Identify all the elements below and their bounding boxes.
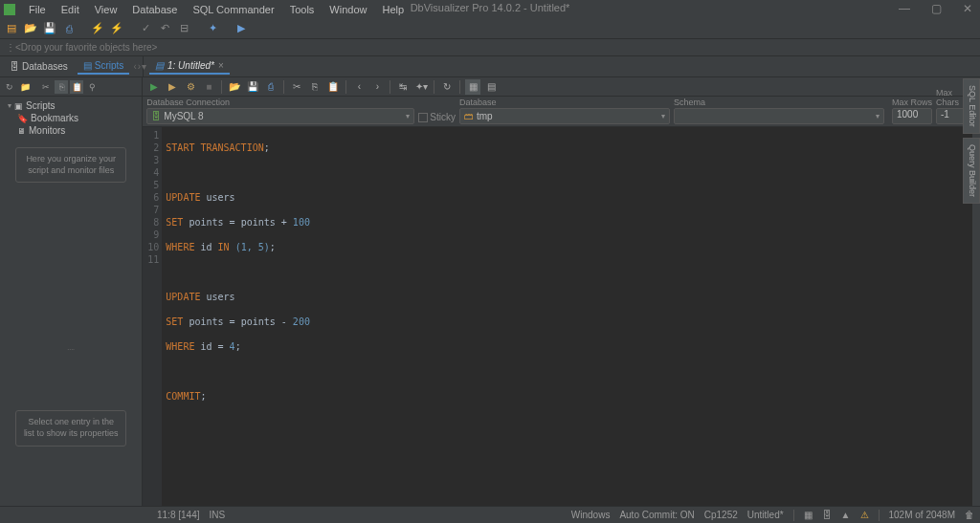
database-value: tmp xyxy=(477,111,493,121)
sql-tab-icon: ▤ xyxy=(155,60,164,71)
save-icon[interactable]: 💾 xyxy=(42,21,57,36)
close-tab-icon[interactable]: × xyxy=(218,60,224,71)
close-button[interactable]: ✕ xyxy=(959,2,976,15)
refresh-icon[interactable]: ↻ xyxy=(3,80,16,94)
db-connection-label: Database Connection xyxy=(146,98,414,107)
code-content[interactable]: START TRANSACTION; UPDATE users SET poin… xyxy=(162,127,972,506)
status-encoding[interactable]: Cp1252 xyxy=(704,510,738,520)
app-logo-icon xyxy=(4,4,15,15)
next-icon[interactable]: › xyxy=(369,79,385,95)
save-file-icon[interactable]: 💾 xyxy=(245,79,260,95)
wizard-icon[interactable]: ✦ xyxy=(205,21,220,36)
db-icon: 🗃 xyxy=(464,111,474,121)
menu-tools[interactable]: Tools xyxy=(282,2,323,17)
sidebar: ↻ 📁 ✂ ⎘ 📋 ⚲ ▾ ▣ Scripts 🔖 Bookmarks 🖥 Mo… xyxy=(0,77,143,506)
tree-bookmarks-label: Bookmarks xyxy=(31,113,78,123)
nav-tabs: 🗄 Databases ▤ Scripts ‹ › ▾ xyxy=(0,56,144,76)
connection-row: Database Connection 🗄 MySQL 8 ▾ Sticky D… xyxy=(143,97,980,127)
caret-down-icon: ▾ xyxy=(8,101,11,110)
chevron-down-icon: ▾ xyxy=(406,112,410,120)
window-controls: — ▢ ✕ xyxy=(895,2,976,15)
transaction-icon[interactable]: ⊟ xyxy=(176,21,191,36)
database-label: Database xyxy=(459,98,670,107)
favorites-hint: <Drop your favorite objects here> xyxy=(15,42,157,53)
bookmark-icon: 🔖 xyxy=(17,114,28,123)
tab-databases[interactable]: 🗄 Databases xyxy=(4,59,74,74)
maxrows-label: Max Rows xyxy=(892,98,932,107)
new-tab-icon[interactable]: ▤ xyxy=(4,21,19,36)
maximize-button[interactable]: ▢ xyxy=(927,2,946,15)
copy-icon[interactable]: ⎘ xyxy=(55,80,68,94)
tree-bookmarks[interactable]: 🔖 Bookmarks xyxy=(4,112,138,124)
format-icon[interactable]: ↹ xyxy=(395,79,411,95)
connect-icon[interactable]: ⚡ xyxy=(90,21,105,36)
sticky-checkbox[interactable]: Sticky xyxy=(418,112,456,122)
history-icon[interactable]: ↻ xyxy=(439,79,455,95)
paste-icon[interactable]: 📋 xyxy=(70,80,83,94)
nav-fwd-icon[interactable]: › xyxy=(138,61,141,72)
status-icon2[interactable]: 🗄 xyxy=(822,510,832,520)
db-connection-select[interactable]: 🗄 MySQL 8 ▾ xyxy=(146,108,414,124)
status-icon1[interactable]: ▦ xyxy=(804,510,813,520)
status-icon3[interactable]: ▲ xyxy=(841,510,851,520)
run-icon[interactable]: ▶ xyxy=(234,21,249,36)
sql-editor[interactable]: 1234567891011 START TRANSACTION; UPDATE … xyxy=(143,127,980,506)
insert-mode: INS xyxy=(209,510,225,520)
menu-view[interactable]: View xyxy=(87,2,125,17)
trash-icon[interactable]: 🗑 xyxy=(965,510,974,520)
warning-icon[interactable]: ⚠ xyxy=(860,510,869,520)
menu-file[interactable]: File xyxy=(21,2,54,17)
menu-database[interactable]: Database xyxy=(124,2,185,17)
view-toggle1-icon[interactable]: ▦ xyxy=(465,79,480,95)
minimize-button[interactable]: — xyxy=(895,2,914,15)
tree-monitors-label: Monitors xyxy=(29,125,65,136)
editor-tab-label: 1: Untitled* xyxy=(167,60,214,71)
database-select[interactable]: 🗃 tmp ▾ xyxy=(459,108,670,124)
tree-monitors[interactable]: 🖥 Monitors xyxy=(4,124,138,137)
paste-icon[interactable]: 📋 xyxy=(325,79,341,95)
side-tab-sql-editor[interactable]: SQL Editor xyxy=(963,78,980,134)
organize-hint: Here you organize your script and monito… xyxy=(15,147,126,183)
maxrows-input[interactable]: 1000 xyxy=(892,108,932,124)
monitor-icon: 🖥 xyxy=(17,126,26,136)
chevron-down-icon: ▾ xyxy=(661,112,665,120)
execute-script-icon[interactable]: ▶ xyxy=(165,79,180,95)
open-file-icon[interactable]: 📂 xyxy=(227,79,242,95)
cut-icon[interactable]: ✂ xyxy=(39,80,53,94)
autocomplete-icon[interactable]: ✦▾ xyxy=(413,79,429,95)
menu-sql-commander[interactable]: SQL Commander xyxy=(185,2,281,17)
maxchars-value: -1 xyxy=(941,109,949,120)
copy-icon[interactable]: ⎘ xyxy=(307,79,323,95)
menu-help[interactable]: Help xyxy=(374,2,412,17)
checkbox-icon xyxy=(418,113,428,122)
filter-icon[interactable]: ⚲ xyxy=(85,80,99,94)
tree-root-scripts[interactable]: ▾ ▣ Scripts xyxy=(4,99,138,112)
nav-back-icon[interactable]: ‹ xyxy=(133,61,136,72)
rollback-icon[interactable]: ↶ xyxy=(157,21,172,36)
menu-window[interactable]: Window xyxy=(322,2,374,17)
save-as-icon[interactable]: ⎙ xyxy=(263,79,278,95)
mysql-icon: 🗄 xyxy=(151,111,161,121)
status-memory[interactable]: 102M of 2048M xyxy=(889,510,956,520)
execute-icon[interactable]: ▶ xyxy=(146,79,162,95)
disconnect-icon[interactable]: ⚡ xyxy=(109,21,124,36)
stop-icon[interactable]: ■ xyxy=(201,79,216,95)
cut-icon[interactable]: ✂ xyxy=(289,79,304,95)
schema-select[interactable]: ▾ xyxy=(674,108,884,124)
editor-tab-1[interactable]: ▤ 1: Untitled* × xyxy=(149,58,230,75)
menu-edit[interactable]: Edit xyxy=(54,2,87,17)
tab-scripts[interactable]: ▤ Scripts xyxy=(78,58,130,75)
tree-scripts-label: Scripts xyxy=(26,100,56,111)
side-tab-query-builder[interactable]: Query Builder xyxy=(963,138,980,204)
open-icon[interactable]: 📂 xyxy=(23,21,38,36)
new-folder-icon[interactable]: 📁 xyxy=(18,80,32,94)
save-all-icon[interactable]: ⎙ xyxy=(61,21,77,36)
execute-explain-icon[interactable]: ⚙ xyxy=(183,79,198,95)
properties-hint: Select one entry in the list to show its… xyxy=(15,410,126,446)
status-autocommit[interactable]: Auto Commit: ON xyxy=(619,510,694,520)
prev-icon[interactable]: ‹ xyxy=(351,79,367,95)
view-toggle2-icon[interactable]: ▤ xyxy=(483,79,499,95)
statusbar: 11:8 [144] INS Windows Auto Commit: ON C… xyxy=(0,506,980,523)
commit-icon[interactable]: ✓ xyxy=(138,21,153,36)
favorites-bar[interactable]: ⋮ <Drop your favorite objects here> xyxy=(0,39,980,56)
